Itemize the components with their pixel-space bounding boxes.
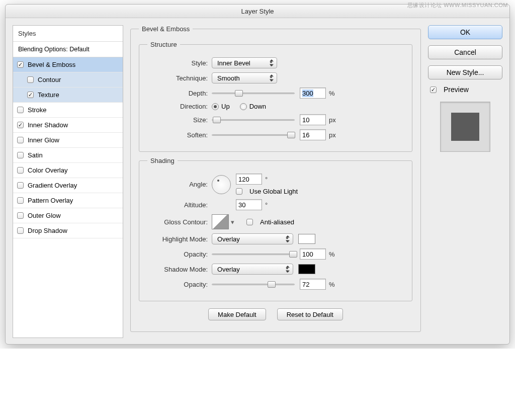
use-global-light-checkbox[interactable] — [236, 188, 242, 195]
altitude-label: Altitude: — [147, 201, 212, 209]
checkbox-inner-glow[interactable] — [17, 137, 24, 143]
depth-slider[interactable] — [212, 89, 295, 97]
technique-dropdown[interactable]: Smooth▲▼ — [212, 72, 277, 83]
effect-label: Drop Shadow — [28, 227, 67, 234]
size-label: Size: — [147, 116, 212, 124]
preview-checkbox[interactable] — [430, 87, 437, 93]
effect-inner-shadow[interactable]: Inner Shadow — [13, 118, 123, 133]
shadow-opacity-slider[interactable] — [212, 280, 295, 288]
shadow-mode-label: Shadow Mode: — [147, 266, 212, 273]
highlight-opacity-input[interactable]: 100 — [300, 248, 326, 260]
direction-up-radio[interactable] — [212, 103, 219, 110]
styles-header[interactable]: Styles — [13, 26, 123, 42]
checkbox-outer-glow[interactable] — [17, 212, 24, 219]
soften-label: Soften: — [147, 131, 212, 139]
layer-style-dialog: Layer Style Styles Blending Options: Def… — [5, 4, 510, 345]
checkbox-pattern-overlay[interactable] — [17, 197, 24, 204]
angle-input[interactable]: 120 — [236, 174, 262, 185]
effect-label: Color Overlay — [28, 166, 67, 174]
shadow-opacity-input[interactable]: 72 — [300, 279, 326, 290]
checkbox-color-overlay[interactable] — [17, 167, 24, 174]
effect-label: Gradient Overlay — [28, 182, 77, 189]
angle-unit: ° — [265, 176, 268, 183]
highlight-opacity-label: Opacity: — [147, 250, 212, 258]
size-unit: px — [329, 116, 336, 124]
effect-label: Inner Glow — [28, 136, 59, 144]
effect-color-overlay[interactable]: Color Overlay — [13, 163, 123, 178]
up-label: Up — [221, 103, 230, 110]
highlight-opacity-unit: % — [329, 250, 335, 258]
checkbox-satin[interactable] — [17, 152, 24, 158]
effect-bevel-emboss[interactable]: Bevel & Emboss — [13, 57, 123, 72]
structure-group: Structure Style: Inner Bevel▲▼ Technique… — [139, 41, 412, 152]
gloss-contour-label: Gloss Contour: — [147, 218, 212, 226]
highlight-mode-label: Highlight Mode: — [147, 235, 212, 243]
size-slider[interactable] — [212, 116, 295, 124]
watermark-text: 思缘设计论坛 WWW.MISSYUAN.COM — [407, 2, 508, 9]
down-label: Down — [249, 103, 266, 110]
shadow-color-swatch[interactable] — [298, 264, 315, 274]
direction-down-radio[interactable] — [240, 103, 247, 110]
direction-label: Direction: — [147, 103, 212, 110]
highlight-mode-dropdown[interactable]: Overlay▲▼ — [212, 233, 293, 244]
styles-list-panel: Styles Blending Options: Default Bevel &… — [13, 25, 123, 338]
highlight-opacity-slider[interactable] — [212, 250, 295, 258]
checkbox-stroke[interactable] — [17, 107, 24, 113]
effect-label: Texture — [38, 91, 59, 99]
checkbox-gradient-overlay[interactable] — [17, 182, 24, 189]
shading-legend: Shading — [147, 157, 178, 164]
effect-texture[interactable]: Texture — [13, 88, 123, 103]
soften-input[interactable]: 16 — [300, 129, 326, 140]
effect-label: Outer Glow — [28, 212, 61, 219]
checkbox-texture[interactable] — [27, 92, 34, 98]
shadow-opacity-label: Opacity: — [147, 281, 212, 288]
effect-drop-shadow[interactable]: Drop Shadow — [13, 223, 123, 238]
effect-label: Contour — [38, 76, 61, 83]
size-input[interactable]: 10 — [300, 114, 326, 125]
effect-stroke[interactable]: Stroke — [13, 103, 123, 118]
checkbox-contour[interactable] — [27, 76, 34, 83]
depth-unit: % — [329, 90, 335, 97]
anti-aliased-label: Anti-aliased — [260, 218, 294, 226]
altitude-input[interactable]: 30 — [236, 199, 262, 210]
new-style-button[interactable]: New Style... — [428, 65, 502, 79]
style-label: Style: — [147, 59, 212, 67]
depth-label: Depth: — [147, 90, 212, 97]
effect-label: Satin — [28, 151, 43, 159]
checkbox-bevel-emboss[interactable] — [17, 61, 24, 68]
preview-label: Preview — [444, 86, 469, 94]
angle-dial[interactable] — [212, 175, 231, 194]
effect-contour[interactable]: Contour — [13, 72, 123, 88]
blending-options-row[interactable]: Blending Options: Default — [13, 42, 123, 57]
effect-satin[interactable]: Satin — [13, 148, 123, 163]
highlight-color-swatch[interactable] — [298, 234, 315, 244]
cancel-button[interactable]: Cancel — [428, 45, 502, 59]
soften-slider[interactable] — [212, 131, 295, 139]
action-buttons-panel: OK Cancel New Style... Preview — [428, 25, 502, 338]
bevel-emboss-group: Bevel & Emboss Structure Style: Inner Be… — [130, 25, 421, 332]
use-global-light-label: Use Global Light — [249, 188, 298, 195]
shadow-mode-dropdown[interactable]: Overlay▲▼ — [212, 264, 293, 275]
effect-label: Inner Shadow — [28, 121, 68, 129]
altitude-unit: ° — [265, 201, 268, 209]
chevron-down-icon[interactable]: ▾ — [231, 218, 234, 226]
structure-legend: Structure — [147, 41, 180, 48]
effect-label: Stroke — [28, 106, 47, 114]
ok-button[interactable]: OK — [428, 25, 502, 39]
shading-group: Shading Angle: 120 ° Use Global Light — [139, 157, 412, 301]
reset-default-button[interactable]: Reset to Default — [277, 308, 343, 320]
effect-gradient-overlay[interactable]: Gradient Overlay — [13, 178, 123, 193]
make-default-button[interactable]: Make Default — [208, 308, 266, 320]
soften-unit: px — [329, 131, 336, 139]
panel-legend: Bevel & Emboss — [139, 25, 193, 33]
gloss-contour-picker[interactable] — [212, 214, 229, 229]
checkbox-inner-shadow[interactable] — [17, 122, 24, 128]
technique-label: Technique: — [147, 74, 212, 82]
style-dropdown[interactable]: Inner Bevel▲▼ — [212, 57, 277, 68]
anti-aliased-checkbox[interactable] — [246, 219, 253, 225]
effect-pattern-overlay[interactable]: Pattern Overlay — [13, 193, 123, 208]
effect-outer-glow[interactable]: Outer Glow — [13, 208, 123, 223]
depth-input[interactable]: 300 — [300, 88, 326, 99]
effect-inner-glow[interactable]: Inner Glow — [13, 133, 123, 148]
checkbox-drop-shadow[interactable] — [17, 227, 24, 234]
